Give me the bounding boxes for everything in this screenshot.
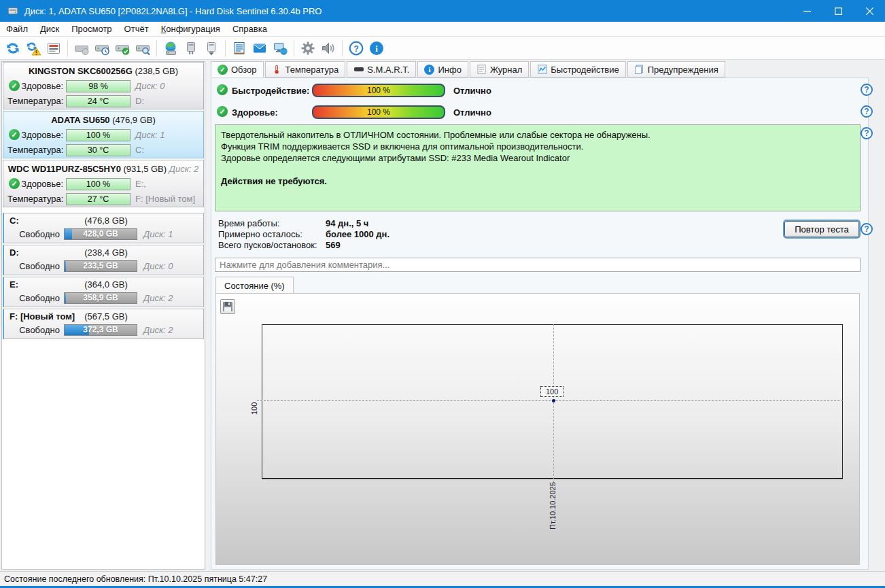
title-bar: Диск: 1, ADATA SU650 [2P082L2NA8LG] - Ha… xyxy=(0,0,885,22)
stat-label: Примерно осталось: xyxy=(218,229,302,239)
disk-number: Диск: 0 xyxy=(143,261,173,271)
disk-check-icon[interactable] xyxy=(112,39,133,58)
free-space-bar: 233,5 GB xyxy=(64,260,137,272)
partition-name: E: xyxy=(10,279,18,290)
tab-warnings[interactable]: Предупреждения xyxy=(627,61,725,77)
disk-card-wdc[interactable]: WDC WD11PURZ-85C5HY0 (931,5 GB) Диск: 2 … xyxy=(3,160,204,207)
disk-card-adata-selected[interactable]: ADATA SU650 (476,9 GB) ✓Здоровье:100 %Ди… xyxy=(3,111,204,158)
health-label: Здоровье: xyxy=(7,179,63,189)
maximize-button[interactable] xyxy=(822,0,854,22)
health-label: Здоровье: xyxy=(232,107,278,118)
partition-card-f[interactable]: F: [Новый том](567,5 GB) Свободно372,3 G… xyxy=(3,309,204,339)
close-button[interactable] xyxy=(854,0,885,22)
disk-card-kingston[interactable]: KINGSTON SKC600256G (238,5 GB) ✓Здоровье… xyxy=(3,62,204,109)
mail-icon[interactable] xyxy=(249,39,270,58)
tab-bar: ✓Обзор Температура S.M.A.R.T. iИнфо Журн… xyxy=(211,61,727,77)
tab-log[interactable]: Журнал xyxy=(470,61,529,77)
tab-info[interactable]: iИнфо xyxy=(417,61,468,77)
menu-view[interactable]: Просмотр xyxy=(65,22,118,35)
health-bar: 100 % xyxy=(66,178,131,190)
partition-name: D: xyxy=(10,247,19,258)
speaker-icon[interactable] xyxy=(318,39,339,58)
help-retest-icon[interactable]: ? xyxy=(861,223,873,235)
check-circle-icon: ✓ xyxy=(218,65,228,75)
tab-performance[interactable]: Быстродействие xyxy=(530,61,625,77)
health-label: Здоровье: xyxy=(7,130,63,140)
free-space-bar: 372,3 GB xyxy=(64,324,137,336)
partition-size: (238,4 GB) xyxy=(65,247,147,258)
gridline-vertical xyxy=(553,324,554,486)
stat-label: Всего пусков/остановок: xyxy=(218,240,317,250)
network-icon[interactable] xyxy=(270,39,290,58)
tab-smart[interactable]: S.M.A.R.T. xyxy=(347,61,416,77)
disk-title: KINGSTON SKC600256G (238,5 GB) xyxy=(3,66,203,76)
menu-configuration[interactable]: Конфигурация xyxy=(155,22,226,35)
gridline-horizontal xyxy=(257,400,843,401)
temperature-bar: 24 °C xyxy=(66,95,131,107)
performance-gauge: 100 % xyxy=(312,84,445,97)
toolbar: ? i xyxy=(0,37,885,60)
x-axis-tick-label: Пт.10.10.2025 xyxy=(549,482,557,530)
health-gauge: 100 % xyxy=(312,105,445,119)
menu-help[interactable]: Справка xyxy=(226,22,273,35)
temperature-label: Температура: xyxy=(7,145,63,155)
help-performance-icon[interactable]: ? xyxy=(861,84,873,96)
disk-search-icon[interactable] xyxy=(133,39,153,58)
disk-properties-icon[interactable] xyxy=(44,39,64,58)
retest-button[interactable]: Повтор теста xyxy=(784,221,859,237)
partition-card-d[interactable]: D:(238,4 GB) Свободно233,5 GBДиск: 0 xyxy=(3,245,204,275)
comment-input[interactable] xyxy=(215,258,861,272)
status-ok-icon: ✓ xyxy=(217,106,228,117)
disk-sidebar: KINGSTON SKC600256G (238,5 GB) ✓Здоровье… xyxy=(1,61,205,570)
partition-card-e[interactable]: E:(364,0 GB) Свободно358,9 GBДиск: 2 xyxy=(3,277,204,307)
stat-value: более 1000 дн. xyxy=(326,229,389,239)
menu-file[interactable]: Файл xyxy=(0,22,34,35)
partition-size: (476,8 GB) xyxy=(65,215,147,226)
status-ok-icon: ✓ xyxy=(217,84,228,95)
menu-disk[interactable]: Диск xyxy=(34,22,65,35)
free-label: Свободно xyxy=(8,229,60,239)
summary-line: Функция TRIM поддерживается SSD и включе… xyxy=(221,141,854,152)
help-summary-icon[interactable]: ? xyxy=(861,127,873,139)
toolbar-separator xyxy=(67,40,68,56)
toolbar-separator xyxy=(342,40,343,56)
stat-value: 94 дн., 5 ч xyxy=(326,218,368,228)
help-icon[interactable]: ? xyxy=(346,39,366,58)
partition-card-c[interactable]: C:(476,8 GB) Свободно428,0 GBДиск: 1 xyxy=(3,213,204,243)
globe-disk-icon[interactable] xyxy=(160,39,181,58)
refresh-icon[interactable] xyxy=(3,39,23,58)
gear-icon[interactable] xyxy=(298,39,318,58)
status-text: Состояние последнего обновления: Пт.10.1… xyxy=(4,574,267,584)
disk-clock-icon[interactable] xyxy=(92,39,112,58)
performance-label: Быстродействие: xyxy=(232,86,309,96)
document-icon xyxy=(476,65,487,75)
chart-icon xyxy=(537,65,547,75)
health-bar: 98 % xyxy=(66,80,131,92)
help-health-icon[interactable]: ? xyxy=(861,105,873,118)
health-label: Здоровье: xyxy=(7,81,63,91)
chart-tab-state[interactable]: Состояние (%) xyxy=(215,277,294,294)
notepad-icon[interactable] xyxy=(229,39,249,58)
tab-temperature[interactable]: Температура xyxy=(265,61,346,77)
temperature-label: Температура: xyxy=(7,194,63,204)
refresh-warning-icon[interactable] xyxy=(23,39,44,58)
status-bar: Состояние последнего обновления: Пт.10.1… xyxy=(0,571,885,586)
partition-name: C: xyxy=(10,215,19,226)
save-chart-button[interactable] xyxy=(220,299,235,314)
free-space-bar: 428,0 GB xyxy=(64,228,137,240)
disk-title: WDC WD11PURZ-85C5HY0 (931,5 GB) Диск: 2 xyxy=(3,164,203,174)
free-label: Свободно xyxy=(8,293,60,303)
device-eject-icon[interactable] xyxy=(201,39,222,58)
data-point-label: 100 xyxy=(540,386,563,397)
menu-report[interactable]: Отчёт xyxy=(118,22,155,35)
disk-disabled-icon[interactable] xyxy=(71,39,92,58)
disk-number: Диск: 1 xyxy=(143,229,173,239)
action-line: Действия не требуются. xyxy=(221,175,854,187)
device-connect-icon[interactable] xyxy=(181,39,201,58)
toolbar-separator xyxy=(294,40,294,56)
toolbar-separator xyxy=(225,40,226,56)
minimize-button[interactable] xyxy=(791,0,822,22)
info-icon[interactable]: i xyxy=(366,39,387,58)
health-history-chart: 100 100 Пт.10.10.2025 xyxy=(215,293,860,565)
tab-overview[interactable]: ✓Обзор xyxy=(211,61,264,77)
